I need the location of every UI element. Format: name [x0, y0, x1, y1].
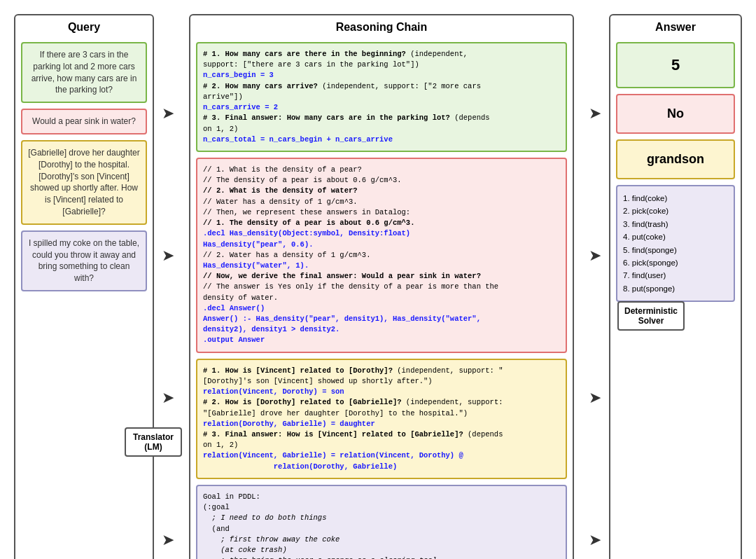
- r3-l4: # 2. How is [Dorothy] related to [Gabrie…: [203, 398, 406, 406]
- answer-list-4: 4. put(coke): [623, 230, 728, 243]
- r4-l2: (:goal: [203, 503, 230, 511]
- answer-value-1: 5: [623, 49, 728, 81]
- reasoning-box-4: Goal in PDDL: (:goal ; I need to do both…: [196, 485, 567, 559]
- r4-l4: (and: [203, 525, 230, 533]
- arrow-right-r2: ➤: [589, 247, 601, 265]
- answer-list-8: 8. put(sponge): [623, 282, 728, 295]
- r2-l2: // The density of a pear is about 0.6 g/…: [203, 176, 402, 184]
- left-arrow-col: ➤ ➤ ➤ ➤: [154, 14, 182, 559]
- r2-l4: // Water has a density of 1 g/cm^3.: [203, 198, 358, 206]
- r1-line7: # 3. Final answer: How many cars are in …: [203, 113, 454, 122]
- r2-l13: density of water.: [203, 294, 278, 302]
- answer-header: Answer: [616, 21, 735, 36]
- r1-line1: # 1. How many cars are there in the begi…: [203, 50, 410, 58]
- answer-box-1: 5: [616, 42, 735, 88]
- arrow-right-r3: ➤: [589, 389, 601, 407]
- r2-l7: .decl Has_density(Object:symbol, Density…: [203, 229, 410, 237]
- r1-line5: arrive"]): [203, 92, 243, 101]
- arrow-right-3: ➤: [162, 389, 174, 407]
- answer-box-2: No: [616, 94, 735, 134]
- reasoning-col-wrapper: Reasoning Chain # 1. How many cars are t…: [182, 14, 581, 559]
- answer-column: Answer 5 No grandson 1. find(coke) 2. pi…: [609, 14, 742, 559]
- reasoning-box-1: # 1. How many cars are there in the begi…: [196, 42, 567, 152]
- r2-l17: .output Answer: [203, 336, 265, 344]
- r2-l5: // Then, we represent these answers in D…: [203, 208, 410, 216]
- answer-value-3: grandson: [623, 146, 728, 172]
- answer-box-4: 1. find(coke) 2. pick(coke) 3. find(tras…: [616, 185, 735, 302]
- r1-line3: n_cars_begin = 3: [203, 71, 274, 79]
- main-diagram: Query If there are 3 cars in the parking…: [14, 14, 742, 559]
- solver-subtitle: Solver: [624, 316, 678, 326]
- r4-l3: ; I need to do both things: [203, 513, 326, 522]
- r3-l7: # 3. Final answer: How is [Vincent] rela…: [203, 430, 468, 439]
- reasoning-box-3: # 1. How is [Vincent] related to [Doroth…: [196, 359, 567, 479]
- r3-l8: on 1, 2): [203, 441, 238, 449]
- r4-l6: (at coke trash): [203, 546, 287, 554]
- arrow-right-4: ➤: [162, 531, 174, 549]
- r2-l12: // The answer is Yes only if the density…: [203, 282, 498, 291]
- translator-subtitle: (LM): [133, 442, 174, 452]
- r2-l8: Has_density("pear", 0.6).: [203, 240, 314, 249]
- reasoning-box-2: // 1. What is the density of a pear? // …: [196, 158, 567, 353]
- translator-title: Translator: [133, 432, 174, 442]
- r2-l16: density2), density1 > density2.: [203, 325, 340, 333]
- query-box-2: Would a pear sink in water?: [21, 109, 147, 134]
- reasoning-column: Reasoning Chain # 1. How many cars are t…: [189, 14, 574, 559]
- answer-list-7: 7. find(user): [623, 269, 728, 282]
- r2-l15: Answer() :- Has_density("pear", density1…: [203, 315, 481, 323]
- r3-l5: "[Gabrielle] drove her daughter [Dorothy…: [203, 409, 468, 417]
- answer-list-2: 2. pick(coke): [623, 205, 728, 217]
- right-arrow-col: ➤ ➤ ➤ ➤ Deterministic Solver: [581, 14, 609, 559]
- r3-l3: relation(Vincent, Dorothy) = son: [203, 387, 344, 396]
- r2-l1: // 1. What is the density of a pear?: [203, 165, 362, 174]
- r4-l1: Goal in PDDL:: [203, 492, 260, 501]
- translator-label: Translator (LM): [125, 427, 182, 457]
- answer-value-2: No: [623, 101, 728, 127]
- arrow-right-r1: ➤: [589, 104, 601, 123]
- r1-line2: support: ["there are 3 cars in the parki…: [203, 60, 419, 69]
- r3-l10: relation(Dorothy, Gabrielle): [203, 462, 397, 471]
- query-box-1: If there are 3 cars in the parking lot a…: [21, 42, 147, 103]
- r2-l9: // 2. Water has a density of 1 g/cm^3.: [203, 251, 370, 259]
- r1-line4: # 2. How many cars arrive?: [203, 82, 322, 90]
- r2-l10: Has_density("water", 1).: [203, 261, 309, 270]
- r3-l9: relation(Vincent, Gabrielle) = relation(…: [203, 451, 463, 460]
- query-text-3: [Gabrielle] drove her daughter [Dorothy]…: [28, 148, 139, 216]
- reasoning-header: Reasoning Chain: [196, 21, 567, 36]
- r2-l11: // Now, we derive the final answer: Woul…: [203, 272, 481, 280]
- r2-l3: // 2. What is the density of water?: [203, 186, 358, 195]
- query-text-4: I spilled my coke on the table, could yo…: [29, 238, 139, 283]
- query-text-1: If there are 3 cars in the parking lot a…: [31, 50, 137, 95]
- r1-line6: n_cars_arrive = 2: [203, 103, 278, 111]
- r3-l1: # 1. How is [Vincent] related to [Doroth…: [203, 366, 397, 375]
- query-box-4: I spilled my coke on the table, could yo…: [21, 230, 147, 291]
- arrow-right-2: ➤: [162, 247, 174, 265]
- diagram-container: Query If there are 3 cars in the parking…: [14, 14, 742, 559]
- arrow-right-1: ➤: [162, 104, 174, 123]
- r1-line8: on 1, 2): [203, 125, 238, 133]
- answer-list-3: 3. find(trash): [623, 218, 728, 230]
- r3-l2: [Dorothy]'s son [Vincent] showed up shor…: [203, 377, 433, 385]
- r2-l6: // 1. The density of a pear is about 0.6…: [203, 219, 414, 227]
- answer-list-5: 5. find(sponge): [623, 244, 728, 256]
- query-column: Query If there are 3 cars in the parking…: [14, 14, 154, 559]
- r4-l7: ; then bring the user a sponge as a clea…: [203, 556, 437, 559]
- solver-title: Deterministic: [624, 306, 678, 316]
- r2-l14: .decl Answer(): [203, 304, 265, 312]
- r4-l5: ; first throw away the coke: [203, 535, 340, 544]
- query-text-2: Would a pear sink in water?: [32, 116, 136, 126]
- query-box-3: [Gabrielle] drove her daughter [Dorothy]…: [21, 140, 147, 225]
- query-header: Query: [21, 21, 147, 36]
- answer-list-1: 1. find(coke): [623, 192, 728, 205]
- solver-label: Deterministic Solver: [617, 301, 685, 331]
- answer-list-6: 6. pick(sponge): [623, 256, 728, 269]
- arrow-right-r4: ➤: [589, 531, 601, 549]
- r1-line9: n_cars_total = n_cars_begin + n_cars_arr…: [203, 135, 393, 144]
- r3-l6: relation(Dorothy, Gabrielle) = daughter: [203, 420, 375, 428]
- answer-box-3: grandson: [616, 139, 735, 179]
